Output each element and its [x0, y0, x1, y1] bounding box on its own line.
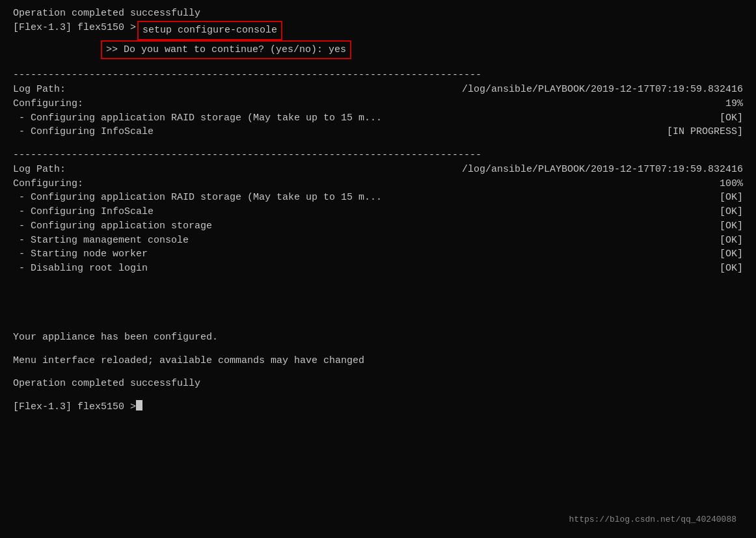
raid-status-1: [OK]: [720, 111, 743, 126]
watermark: https://blog.csdn.net/qq_40240088: [569, 514, 736, 526]
raid-text-2: - Configuring application RAID storage (…: [13, 191, 713, 205]
log-path-row-2: Log Path: /log/ansible/PLAYBOOK/2019-12-…: [13, 163, 743, 177]
prompt-line-1: [Flex-1.3] flex5150 > setup configure-co…: [13, 21, 743, 40]
cursor-blink: [136, 400, 142, 410]
mgmt-console-row: - Starting management console [OK]: [13, 234, 743, 248]
divider-1: ----------------------------------------…: [13, 68, 743, 83]
raid-row-1: - Configuring application RAID storage (…: [13, 111, 743, 126]
infoscale-row-2: - Configuring InfoScale [OK]: [13, 205, 743, 219]
terminal-window: Operation completed successfully [Flex-1…: [13, 7, 743, 531]
log-path-label-2: Log Path:: [13, 163, 455, 177]
prompt-prefix-1: [Flex-1.3] flex5150 >: [13, 21, 136, 35]
configuring-label-2: Configuring:: [13, 177, 713, 191]
infoscale-status-2: [OK]: [720, 205, 743, 219]
configuring-row-2: Configuring: 100%: [13, 177, 743, 191]
divider-2: ----------------------------------------…: [13, 148, 743, 163]
root-login-status: [OK]: [720, 262, 743, 276]
raid-status-2: [OK]: [720, 191, 743, 205]
infoscale-status-1: [IN PROGRESS]: [667, 125, 743, 139]
root-login-row: - Disabling root login [OK]: [13, 262, 743, 276]
root-login-text: - Disabling root login: [13, 262, 713, 276]
mgmt-console-status: [OK]: [720, 234, 743, 248]
appliance-configured-line: Your appliance has been configured.: [13, 330, 743, 345]
operation-success-line-1: Operation completed successfully: [13, 7, 743, 21]
app-storage-status: [OK]: [720, 219, 743, 234]
raid-text-1: - Configuring application RAID storage (…: [13, 111, 713, 126]
app-storage-text: - Configuring application storage: [13, 219, 713, 234]
log-path-value-2: /log/ansible/PLAYBOOK/2019-12-17T07:19:5…: [462, 163, 743, 177]
operation-success-line-2: Operation completed successfully: [13, 377, 743, 391]
continue-prompt-line: >> Do you want to continue? (yes/no): ye…: [13, 40, 743, 60]
menu-reloaded-line: Menu interface reloaded; available comma…: [13, 354, 743, 368]
command-text: setup configure-console: [142, 25, 277, 36]
configuring-label-1: Configuring:: [13, 97, 719, 111]
configuring-row-1: Configuring: 19%: [13, 97, 743, 111]
highlighted-command: setup configure-console: [137, 21, 282, 40]
infoscale-text-1: - Configuring InfoScale: [13, 125, 660, 139]
continue-prompt-text: >> Do you want to continue? (yes/no): ye…: [106, 44, 346, 55]
infoscale-text-2: - Configuring InfoScale: [13, 205, 713, 219]
log-path-row-1: Log Path: /log/ansible/PLAYBOOK/2019-12-…: [13, 83, 743, 97]
raid-row-2: - Configuring application RAID storage (…: [13, 191, 743, 205]
final-prompt-line[interactable]: [Flex-1.3] flex5150 >: [13, 400, 743, 414]
configuring-percent-2: 100%: [720, 177, 743, 191]
log-path-value-1: /log/ansible/PLAYBOOK/2019-12-17T07:19:5…: [462, 83, 743, 97]
mgmt-console-text: - Starting management console: [13, 234, 713, 248]
final-prompt-text: [Flex-1.3] flex5150 >: [13, 400, 136, 414]
node-worker-row: - Starting node worker [OK]: [13, 247, 743, 262]
log-path-label-1: Log Path:: [13, 83, 455, 97]
configuring-percent-1: 19%: [725, 97, 743, 111]
infoscale-row-1: - Configuring InfoScale [IN PROGRESS]: [13, 125, 743, 139]
app-storage-row: - Configuring application storage [OK]: [13, 219, 743, 234]
node-worker-text: - Starting node worker: [13, 247, 713, 262]
continue-prompt-box: >> Do you want to continue? (yes/no): ye…: [101, 40, 351, 60]
node-worker-status: [OK]: [720, 247, 743, 262]
